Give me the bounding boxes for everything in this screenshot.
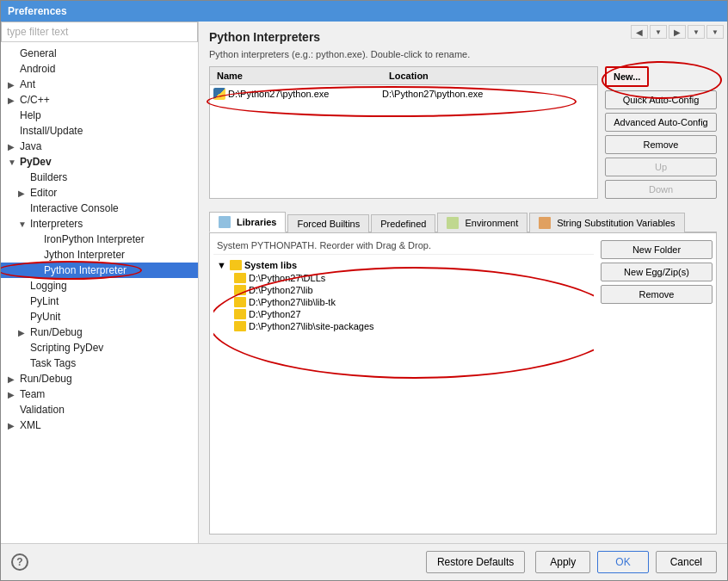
expand-icon: ▼: [18, 219, 27, 229]
sidebar-item-cpp[interactable]: ▶ C/C++: [1, 92, 198, 108]
sidebar-item-label: C/C++: [20, 94, 50, 106]
folder-icon: [234, 297, 246, 307]
sidebar-item-java[interactable]: ▶ Java: [1, 139, 198, 154]
tabs-bar: Libraries Forced Builtins Predefined Env…: [209, 211, 717, 232]
path-item-dlls[interactable]: D:\Python27\DLLs: [213, 272, 594, 284]
up-button[interactable]: Up: [605, 158, 717, 176]
new-button[interactable]: New...: [605, 66, 649, 87]
sidebar-item-label: Builders: [30, 171, 67, 183]
back-button[interactable]: ◀: [631, 25, 648, 39]
forward-dropdown-button[interactable]: ▼: [688, 25, 705, 39]
cancel-button[interactable]: Cancel: [656, 551, 717, 573]
expand-icon: ▶: [8, 374, 16, 384]
sidebar-item-label: Ant: [20, 78, 35, 90]
advanced-auto-config-button[interactable]: Advanced Auto-Config: [605, 113, 717, 132]
tab-libraries[interactable]: Libraries: [209, 212, 286, 232]
expand-icon: ▶: [8, 390, 16, 399]
sidebar-item-ant[interactable]: ▶ Ant: [1, 77, 198, 92]
system-libs-header[interactable]: ▼ System libs: [213, 258, 594, 272]
help-icon-wrap: ?: [11, 553, 28, 571]
path-label: D:\Python27\lib: [249, 285, 313, 295]
sidebar-item-general[interactable]: General: [1, 46, 198, 61]
quick-auto-config-button[interactable]: Quick Auto-Config: [605, 90, 717, 109]
apply-button[interactable]: Apply: [535, 551, 590, 573]
new-egg-zip-button[interactable]: New Egg/Zip(s): [601, 263, 713, 281]
sidebar-item-ironpython[interactable]: IronPython Interpreter: [1, 232, 198, 247]
sidebar-item-label: PyLint: [30, 295, 59, 307]
sidebar-item-jython[interactable]: Jython Interpreter: [1, 247, 198, 263]
remove-path-button[interactable]: Remove: [601, 285, 713, 304]
expand-icon: ▼: [8, 158, 16, 167]
interpreter-name-cell: D:\Python27\python.exe: [213, 88, 382, 100]
sidebar-item-logging[interactable]: Logging: [1, 278, 198, 294]
filter-input[interactable]: [1, 22, 198, 42]
section-expand-icon: ▼: [217, 260, 226, 270]
tab-predefined[interactable]: Predefined: [371, 214, 435, 232]
sidebar-item-run-debug-pydev[interactable]: ▶ Run/Debug: [1, 324, 198, 340]
new-button-wrap: New...: [605, 66, 717, 87]
path-item-python27[interactable]: D:\Python27: [213, 308, 594, 320]
sidebar-item-interactive-console[interactable]: Interactive Console: [1, 201, 198, 216]
forward-button[interactable]: ▶: [669, 25, 686, 39]
path-item-lib-tk[interactable]: D:\Python27\lib\lib-tk: [213, 296, 594, 308]
sidebar-item-interpreters[interactable]: ▼ Interpreters: [1, 216, 198, 232]
path-item-lib[interactable]: D:\Python27\lib: [213, 284, 594, 296]
sidebar-item-label: Jython Interpreter: [44, 249, 125, 261]
sidebar-item-label: Team: [20, 388, 45, 400]
col-location-header: Location: [386, 69, 594, 83]
menu-button[interactable]: ▼: [706, 25, 724, 39]
sidebar-item-pydev[interactable]: ▼ PyDev: [1, 154, 198, 170]
path-item-site-packages[interactable]: D:\Python27\lib\site-packages: [213, 320, 594, 332]
bottom-bar: ? Restore Defaults Apply OK Cancel: [1, 543, 727, 580]
tab-label: Forced Builtins: [297, 219, 360, 229]
sidebar-item-task-tags[interactable]: Task Tags: [1, 355, 198, 371]
sidebar-item-android[interactable]: Android: [1, 61, 198, 77]
sidebar-item-label: Java: [20, 140, 41, 152]
interpreter-row[interactable]: D:\Python27\python.exe D:\Python27\pytho…: [210, 85, 597, 102]
tab-label: Libraries: [237, 217, 276, 227]
path-label: D:\Python27\lib\site-packages: [249, 321, 374, 331]
sidebar-item-help[interactable]: Help: [1, 108, 198, 123]
sidebar-item-team[interactable]: ▶ Team: [1, 386, 198, 402]
sidebar-item-editor[interactable]: ▶ Editor: [1, 185, 198, 201]
sidebar-item-pylint[interactable]: PyLint: [1, 294, 198, 309]
back-dropdown-button[interactable]: ▼: [650, 25, 667, 39]
remove-button[interactable]: Remove: [605, 135, 717, 154]
sidebar-item-validation[interactable]: Validation: [1, 402, 198, 417]
folder-icon: [234, 309, 246, 319]
sidebar-item-scripting-pydev[interactable]: Scripting PyDev: [1, 340, 198, 355]
tab-environment[interactable]: Environment: [437, 213, 527, 232]
tab-string-subst[interactable]: String Substitution Variables: [529, 213, 684, 232]
path-buttons: New Folder New Egg/Zip(s) Remove: [601, 237, 713, 530]
sidebar-item-label: Task Tags: [30, 357, 76, 369]
sidebar-item-xml[interactable]: ▶ XML: [1, 417, 198, 433]
sidebar-item-run-debug[interactable]: ▶ Run/Debug: [1, 371, 198, 386]
tab-label: Environment: [465, 218, 518, 228]
path-label: D:\Python27: [249, 309, 301, 319]
sidebar-item-label: Editor: [30, 187, 57, 199]
sidebar-item-label: Install/Update: [20, 125, 83, 137]
interpreters-panel: Name Location D:\Python27\python.exe D:\…: [209, 66, 717, 199]
new-folder-button[interactable]: New Folder: [601, 240, 713, 259]
restore-defaults-button[interactable]: Restore Defaults: [426, 551, 525, 573]
sidebar-item-pyunit[interactable]: PyUnit: [1, 309, 198, 324]
folder-icon: [234, 321, 246, 331]
ok-button[interactable]: OK: [597, 551, 648, 573]
sidebar-item-label: Android: [20, 63, 55, 75]
folder-icon: [230, 260, 242, 270]
tab-forced-builtins[interactable]: Forced Builtins: [287, 214, 369, 232]
expand-icon: ▶: [8, 421, 16, 430]
help-button[interactable]: ?: [11, 553, 28, 571]
interpreters-table: Name Location D:\Python27\python.exe D:\…: [209, 66, 598, 199]
down-button[interactable]: Down: [605, 180, 717, 199]
preferences-dialog: Preferences General Android ▶ Ant: [0, 0, 728, 581]
paths-scroll: ▼ System libs D:\Python27\DLLs D:\Python…: [213, 258, 594, 528]
sidebar-item-install-update[interactable]: Install/Update: [1, 123, 198, 139]
expand-icon: ▶: [18, 189, 27, 198]
sidebar-item-label: Python Interpreter: [44, 264, 126, 276]
path-tree-wrap: System PYTHONPATH. Reorder with Drag & D…: [213, 237, 594, 530]
sidebar-item-python[interactable]: Python Interpreter: [1, 263, 198, 278]
sidebar-item-label: Interpreters: [30, 218, 83, 230]
sidebar-item-builders[interactable]: Builders: [1, 170, 198, 185]
title-bar: Preferences: [1, 1, 727, 22]
